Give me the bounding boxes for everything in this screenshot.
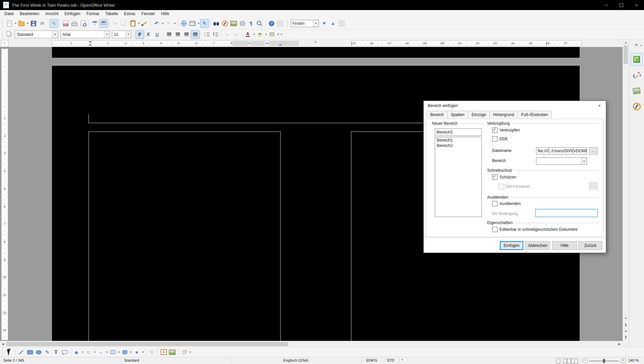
hide-checkbox-row[interactable]: Ausblenden [492, 201, 521, 206]
insert-table-button[interactable] [188, 19, 197, 28]
modified-indicator[interactable]: * [402, 358, 403, 362]
freeform-line-button[interactable]: ✎ [43, 348, 52, 357]
align-left-button[interactable] [165, 30, 173, 39]
chevron-down-icon[interactable]: ▾ [173, 22, 176, 25]
section-name-input[interactable]: Bereich3 [435, 128, 482, 136]
toolbar-grip[interactable] [1, 20, 4, 27]
insert-mode-indicator[interactable]: EINFG [366, 358, 377, 362]
callout-button[interactable] [60, 348, 69, 357]
basic-shapes-button[interactable]: ◆ [72, 348, 81, 357]
sidebar-item-gallery[interactable] [631, 85, 643, 97]
language-indicator[interactable]: Englisch (USA) [283, 358, 308, 362]
font-name-select[interactable]: Arial ▾ [60, 31, 110, 38]
flowchart-button[interactable] [108, 348, 117, 357]
rectangle-tool-button[interactable] [25, 348, 34, 357]
undo-button[interactable]: ↶ [152, 19, 161, 28]
find-previous-button[interactable]: ▲ [329, 19, 337, 28]
from-file-button[interactable] [168, 348, 177, 357]
text-box-button[interactable]: T [52, 348, 60, 357]
chevron-down-icon[interactable]: ▾ [581, 158, 587, 164]
chevron-down-icon[interactable]: ▾ [125, 31, 131, 38]
cancel-button[interactable]: Abbrechen [525, 241, 550, 250]
chevron-down-icon[interactable]: ▾ [197, 22, 200, 25]
scrollbar-thumb[interactable] [624, 46, 628, 64]
highlighting-button[interactable] [255, 30, 264, 39]
hyperlink-button[interactable] [179, 19, 188, 28]
chevron-down-icon[interactable]: ▾ [265, 33, 268, 36]
close-button[interactable]: × [629, 0, 644, 10]
page-1-bottom-edge[interactable] [52, 47, 580, 58]
menu-item[interactable]: Ansicht [42, 10, 61, 17]
filename-browse-button[interactable]: ... [589, 147, 598, 155]
chevron-down-icon[interactable]: ▾ [93, 351, 96, 354]
condition-input[interactable] [535, 209, 598, 217]
chevron-down-icon[interactable]: ▾ [141, 351, 144, 354]
link-checkbox[interactable] [492, 127, 497, 133]
scroll-right-icon[interactable]: ▶ [617, 341, 622, 347]
menu-item[interactable]: Fenster [138, 10, 158, 17]
sidebar-menu-icon[interactable]: ≡ [632, 42, 641, 48]
numbered-list-button[interactable] [202, 30, 211, 39]
cut-button[interactable]: ✂ [111, 19, 120, 28]
paragraph-style-select[interactable]: Standard ▾ [15, 31, 58, 38]
toolbar-grip[interactable] [1, 31, 4, 38]
find-toolbar-grip[interactable] [286, 20, 288, 27]
paste-button[interactable] [128, 19, 137, 28]
bold-button[interactable]: F [135, 30, 144, 39]
chevron-down-icon[interactable]: ▾ [252, 33, 255, 36]
styles-window-button[interactable] [5, 30, 14, 39]
copy-button[interactable] [120, 19, 128, 28]
dialog-tab[interactable]: Fuß-/Endnoten [517, 111, 551, 118]
scroll-up-icon[interactable]: ▲ [623, 40, 629, 45]
toolbar-overflow-icon[interactable]: ▾ [189, 351, 192, 354]
fontwork-button[interactable] [159, 348, 168, 357]
protect-checkbox[interactable] [492, 174, 497, 180]
open-button[interactable] [17, 19, 26, 28]
help-button[interactable]: Hilfe [552, 241, 577, 250]
scrollbar-thumb[interactable] [6, 342, 288, 346]
section-list-item[interactable]: Bereich2 [435, 143, 481, 148]
chevron-down-icon[interactable]: ▾ [117, 351, 120, 354]
chevron-down-icon[interactable]: ▾ [26, 22, 29, 25]
font-color-button[interactable] [243, 30, 252, 39]
toolbar-grip[interactable] [1, 349, 4, 356]
points-button[interactable] [148, 348, 156, 357]
book-view-button[interactable] [571, 359, 578, 363]
chevron-down-icon[interactable]: ▾ [52, 31, 58, 38]
horizontal-ruler-right-page[interactable]: 15161718192021222324252627 [351, 41, 582, 46]
password-checkbox[interactable] [499, 184, 504, 189]
menu-item[interactable]: Datei [1, 10, 17, 17]
italic-button[interactable]: K [144, 30, 153, 39]
scroll-down-icon[interactable]: ▼ [623, 315, 629, 321]
ellipse-tool-button[interactable] [34, 348, 43, 357]
zoom-in-button[interactable]: + [621, 358, 626, 363]
insert-button[interactable]: Einfügen [500, 241, 523, 250]
zoom-slider-thumb[interactable] [603, 359, 605, 363]
menu-item[interactable]: Tabelle [102, 10, 121, 17]
protect-checkbox-row[interactable]: Schützen [492, 174, 516, 180]
show-draw-functions-button[interactable]: ✎ [200, 19, 209, 28]
email-document-button[interactable]: ✉ [38, 19, 47, 28]
editable-checkbox-row[interactable]: Editierbar in schreibgeschütztem Dokumen… [492, 227, 577, 232]
callouts-button[interactable] [120, 348, 129, 357]
font-size-select[interactable]: 11 ▾ [112, 31, 131, 38]
menu-item[interactable]: Bearbeiten [17, 10, 42, 17]
align-center-button[interactable] [173, 30, 182, 39]
chevron-down-icon[interactable]: ▾ [161, 22, 164, 25]
extrusion-button[interactable] [180, 348, 188, 357]
maximize-button[interactable] [614, 0, 629, 10]
symbol-shapes-button[interactable]: ☺ [84, 348, 93, 357]
password-checkbox-row[interactable]: Mit Kennwort [499, 184, 530, 189]
align-right-button[interactable] [182, 30, 191, 39]
single-page-view-button[interactable] [557, 359, 560, 363]
export-pdf-button[interactable] [61, 19, 70, 28]
right-indent-marker-icon[interactable] [279, 44, 282, 46]
print-button[interactable] [70, 19, 79, 28]
dialog-tab[interactable]: Einzüge [468, 111, 489, 118]
next-page-button[interactable]: ▼▼ [623, 334, 629, 341]
dialog-tab[interactable]: Spalten [447, 111, 468, 118]
chevron-down-icon[interactable]: ▾ [14, 22, 17, 25]
minimize-button[interactable] [599, 0, 614, 10]
chevron-down-icon[interactable]: ▾ [313, 20, 318, 27]
new-document-button[interactable] [5, 19, 14, 28]
